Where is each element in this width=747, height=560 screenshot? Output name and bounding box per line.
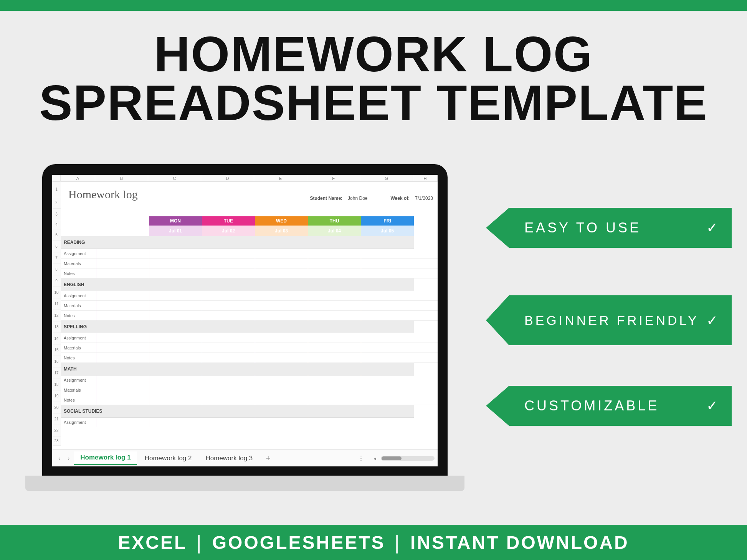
cell[interactable] <box>308 375 361 385</box>
add-sheet-button[interactable]: + <box>260 453 276 463</box>
cell[interactable] <box>96 259 149 268</box>
cell[interactable] <box>202 268 255 278</box>
col-C[interactable]: C <box>148 175 201 182</box>
cell[interactable] <box>361 375 414 385</box>
cell[interactable] <box>308 395 361 405</box>
cell[interactable] <box>96 301 149 311</box>
cell[interactable] <box>149 343 202 353</box>
cell[interactable] <box>96 375 149 385</box>
cell[interactable] <box>255 259 308 268</box>
cell[interactable] <box>361 385 414 395</box>
cell[interactable] <box>255 395 308 405</box>
col-G[interactable]: G <box>360 175 413 182</box>
col-F[interactable]: F <box>307 175 360 182</box>
cell[interactable] <box>202 311 255 321</box>
horizontal-scrollbar[interactable] <box>381 456 435 461</box>
tab-prev-button[interactable]: ‹ <box>55 455 63 461</box>
tab-homework-log-1[interactable]: Homework log 1 <box>74 451 137 465</box>
cell[interactable] <box>308 343 361 353</box>
student-name[interactable]: John Doe <box>348 196 367 201</box>
cell[interactable] <box>149 395 202 405</box>
all-sheets-button[interactable]: ⋮ <box>354 454 369 462</box>
cell[interactable] <box>96 343 149 353</box>
cell[interactable] <box>308 385 361 395</box>
cell[interactable] <box>308 301 361 311</box>
col-D[interactable]: D <box>201 175 254 182</box>
cell[interactable] <box>149 385 202 395</box>
column-headers[interactable]: A B C D E F G H <box>52 175 438 182</box>
cell[interactable] <box>255 385 308 395</box>
cell[interactable] <box>308 249 361 259</box>
cell[interactable] <box>149 268 202 278</box>
cell[interactable] <box>255 375 308 385</box>
cell[interactable] <box>202 259 255 268</box>
cell[interactable] <box>361 259 414 268</box>
cell[interactable] <box>96 333 149 343</box>
callout-easy: EASY TO USE ✓ <box>486 208 732 248</box>
cell[interactable] <box>149 291 202 301</box>
cell[interactable] <box>149 375 202 385</box>
cell[interactable] <box>361 395 414 405</box>
cell[interactable] <box>202 417 255 427</box>
cell[interactable] <box>202 343 255 353</box>
cell[interactable] <box>149 259 202 268</box>
col-H[interactable]: H <box>413 175 438 182</box>
cell[interactable] <box>149 417 202 427</box>
cell[interactable] <box>255 311 308 321</box>
cell[interactable] <box>149 353 202 363</box>
cell[interactable] <box>202 333 255 343</box>
cell[interactable] <box>361 311 414 321</box>
cell[interactable] <box>255 249 308 259</box>
cell[interactable] <box>255 301 308 311</box>
cell[interactable] <box>361 291 414 301</box>
col-B[interactable]: B <box>95 175 148 182</box>
scroll-left-icon[interactable]: ◂ <box>370 455 379 461</box>
cell[interactable] <box>255 268 308 278</box>
cell[interactable] <box>308 333 361 343</box>
cell[interactable] <box>149 301 202 311</box>
cell[interactable] <box>308 417 361 427</box>
cell[interactable] <box>202 249 255 259</box>
cell[interactable] <box>149 311 202 321</box>
week-value[interactable]: 7/1/2023 <box>415 196 433 201</box>
row-headers[interactable]: 123 45 6789 10111213 14151617 18192021 2… <box>52 182 61 446</box>
cell[interactable] <box>96 249 149 259</box>
cell[interactable] <box>308 311 361 321</box>
cell[interactable] <box>361 417 414 427</box>
cell[interactable] <box>149 333 202 343</box>
cell[interactable] <box>96 311 149 321</box>
cell[interactable] <box>361 301 414 311</box>
tab-homework-log-3[interactable]: Homework log 3 <box>199 452 259 464</box>
col-A[interactable]: A <box>61 175 95 182</box>
cell[interactable] <box>308 259 361 268</box>
cell[interactable] <box>255 291 308 301</box>
cell[interactable] <box>255 417 308 427</box>
cell[interactable] <box>308 353 361 363</box>
cell[interactable] <box>96 385 149 395</box>
cell[interactable] <box>361 268 414 278</box>
cell[interactable] <box>96 268 149 278</box>
cell[interactable] <box>361 249 414 259</box>
cell[interactable] <box>96 395 149 405</box>
cell[interactable] <box>255 333 308 343</box>
cell[interactable] <box>202 385 255 395</box>
cell[interactable] <box>308 291 361 301</box>
cell[interactable] <box>361 333 414 343</box>
cell[interactable] <box>96 291 149 301</box>
cell[interactable] <box>202 291 255 301</box>
cell[interactable] <box>202 395 255 405</box>
cell[interactable] <box>255 343 308 353</box>
cell[interactable] <box>96 417 149 427</box>
col-E[interactable]: E <box>254 175 307 182</box>
cell[interactable] <box>202 353 255 363</box>
tab-homework-log-2[interactable]: Homework log 2 <box>139 452 198 464</box>
cell[interactable] <box>96 353 149 363</box>
cell[interactable] <box>202 375 255 385</box>
cell[interactable] <box>308 268 361 278</box>
tab-next-button[interactable]: › <box>65 455 73 461</box>
cell[interactable] <box>255 353 308 363</box>
cell[interactable] <box>202 301 255 311</box>
cell[interactable] <box>361 343 414 353</box>
cell[interactable] <box>361 353 414 363</box>
cell[interactable] <box>149 249 202 259</box>
